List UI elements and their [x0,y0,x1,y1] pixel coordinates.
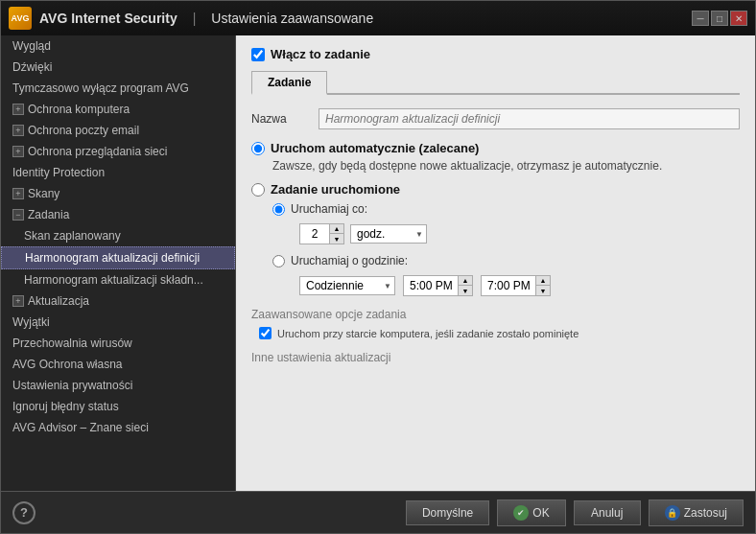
radio-auto-section: Uruchom automatycznie (zalecane) Zawsze,… [251,141,740,173]
sidebar-item-ochrona-komputera[interactable]: + Ochrona komputera [1,99,235,120]
apply-label: Zastosuj [684,506,727,520]
sidebar-item-wyglad[interactable]: Wygląd [1,35,235,57]
default-button[interactable]: Domyślne [406,500,489,525]
time2-box: ▲ ▼ [481,275,551,296]
time1-input[interactable] [404,277,458,294]
radio-auto[interactable] [251,142,265,155]
spinner-arrows: ▲ ▼ [329,224,343,244]
interval-label: Uruchamiaj co: [291,202,367,216]
title-controls: ─ □ ✕ [692,11,747,26]
frequency-select-wrapper: Codziennie Co tydzień Co miesiąc [299,276,395,295]
title-bar-left: AVG AVG Internet Security | Ustawienia z… [9,7,373,30]
unit-select[interactable]: godz. min. dni [350,224,427,244]
tab-bar: Zadanie [251,71,740,95]
sidebar-item-avg-advisor[interactable]: AVG Advisor – Znane sieci [1,417,235,438]
sidebar-item-ochrona-przegladania[interactable]: + Ochrona przeglądania sieci [1,141,235,162]
sidebar-item-label: Tymczasowo wyłącz program AVG [12,81,189,95]
sidebar-item-label: AVG Ochrona własna [12,358,123,371]
help-button[interactable]: ? [12,501,35,524]
advanced-checkbox-row: Uruchom przy starcie komputera, jeśli za… [259,327,740,339]
sidebar-item-harmonogram-skladnika[interactable]: Harmonogram aktualizacji składn... [1,269,235,290]
at-time-label: Uruchamiaj o godzinie: [291,254,408,267]
interval-value-input[interactable] [300,225,329,243]
title-separator: | [193,11,197,26]
expand-icon: + [12,104,24,115]
frequency-select[interactable]: Codziennie Co tydzień Co miesiąc [299,276,395,295]
sidebar-item-label: Ignoruj błędny status [12,400,119,413]
time2-up[interactable]: ▲ [536,276,550,286]
sidebar-item-label: Wyjątki [12,315,50,329]
sub-options: Uruchamiaj co: ▲ ▼ [272,202,740,296]
sidebar-item-ustawienia-prywatnosci[interactable]: Ustawienia prywatności [1,375,235,396]
time1-box: ▲ ▼ [403,275,473,296]
radio-task-label: Zadanie uruchomione [271,182,400,197]
sidebar-item-label: Skany [28,187,59,200]
sidebar-item-identity-protection[interactable]: Identity Protection [1,162,235,183]
apply-button[interactable]: 🔒 Zastosuj [649,499,744,526]
sidebar-item-harmonogram-aktualizacji[interactable]: Harmonogram aktualizacji definicji [1,246,235,269]
sub-radio-interval-row: Uruchamiaj co: [272,202,740,216]
sidebar-item-label: Ochrona komputera [28,103,130,116]
ok-label: OK [532,506,549,520]
sidebar-item-label: Wygląd [12,39,51,53]
enable-checkbox[interactable] [251,48,265,61]
ok-icon: ✔ [513,505,529,521]
content-inner: Włącz to zadanie Zadanie Nazwa Uruchom a… [236,35,755,491]
sidebar-item-avg-ochrona[interactable]: AVG Ochrona własna [1,354,235,375]
time1-down[interactable]: ▼ [459,286,472,295]
spinner-down[interactable]: ▼ [330,234,343,244]
app-title: AVG Internet Security [39,11,177,26]
sidebar-item-label: Skan zaplanowany [24,229,121,243]
default-label: Domyślne [422,506,473,520]
sidebar-item-label: Przechowalnia wirusów [12,337,132,350]
minimize-button[interactable]: ─ [692,11,709,26]
sidebar-item-skany[interactable]: + Skany [1,183,235,204]
enable-checkbox-row: Włącz to zadanie [251,47,740,61]
sidebar-item-skan-zaplanowany[interactable]: Skan zaplanowany [1,225,235,246]
sidebar-item-label: Ustawienia prywatności [12,379,132,392]
advanced-checkbox-label: Uruchom przy starcie komputera, jeśli za… [277,328,579,339]
sidebar-item-ochrona-poczty[interactable]: + Ochrona poczty email [1,120,235,141]
time1-up[interactable]: ▲ [459,276,472,286]
time2-down[interactable]: ▼ [536,286,550,295]
content-area: Włącz to zadanie Zadanie Nazwa Uruchom a… [236,35,755,491]
close-button[interactable]: ✕ [730,11,747,26]
advanced-checkbox[interactable] [259,327,272,339]
sidebar: Wygląd Dźwięki Tymczasowo wyłącz program… [1,35,236,491]
expand-icon: + [12,146,24,157]
radio-at-time[interactable] [272,255,285,267]
radio-task-section: Zadanie uruchomione Uruchamiaj co: [251,182,740,296]
sidebar-item-przechowalnia[interactable]: Przechowalnia wirusów [1,333,235,354]
sidebar-item-aktualizacja[interactable]: + Aktualizacja [1,290,235,312]
nazwa-input[interactable] [319,108,740,129]
expand-icon: + [12,125,24,136]
footer: ? Domyślne ✔ OK Anuluj 🔒 Zastosuj [1,491,755,533]
expand-icon: + [12,188,24,199]
radio-task[interactable] [251,183,265,197]
sidebar-item-tymczasowo[interactable]: Tymczasowo wyłącz program AVG [1,78,235,99]
nazwa-row: Nazwa [251,108,740,129]
sidebar-item-label: Harmonogram aktualizacji składn... [24,273,203,287]
maximize-button[interactable]: □ [711,11,728,26]
sub-radio-time-row: Uruchamiaj o godzinie: [272,254,740,267]
sidebar-item-wyjatki[interactable]: Wyjątki [1,312,235,333]
tab-zadanie[interactable]: Zadanie [251,71,327,95]
title-bar: AVG AVG Internet Security | Ustawienia z… [1,1,755,35]
spinner-up[interactable]: ▲ [330,224,343,234]
sidebar-item-zadania[interactable]: − Zadania [1,204,235,225]
time2-arrows: ▲ ▼ [535,276,550,295]
time2-input[interactable] [482,277,535,294]
radio-auto-row: Uruchom automatycznie (zalecane) [251,141,740,155]
sidebar-item-dzwieki[interactable]: Dźwięki [1,57,235,78]
section-advanced-header: Zaawansowane opcje zadania [251,308,740,321]
radio-interval[interactable] [272,203,285,216]
sidebar-item-label: Dźwięki [12,60,52,74]
ok-button[interactable]: ✔ OK [497,499,565,526]
unit-select-wrapper: godz. min. dni [350,224,427,244]
cancel-button[interactable]: Anuluj [574,500,641,525]
nazwa-label: Nazwa [251,112,309,126]
sidebar-item-ignoruj-bledny[interactable]: Ignoruj błędny status [1,396,235,417]
sidebar-item-label: Harmonogram aktualizacji definicji [25,251,200,265]
spinner-box: ▲ ▼ [299,223,344,244]
main-window: AVG AVG Internet Security | Ustawienia z… [0,0,756,534]
